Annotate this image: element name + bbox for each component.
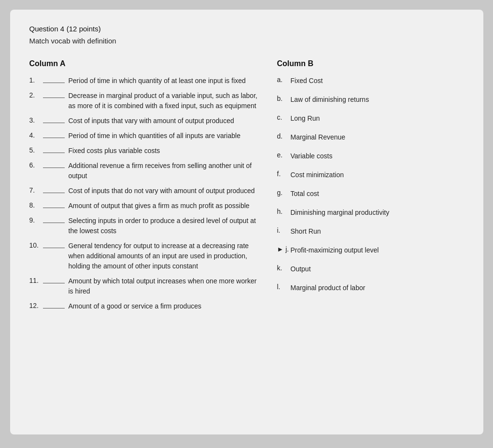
item-definition: Selecting inputs in order to produce a d… <box>69 216 258 236</box>
list-item: a.Fixed Cost <box>277 76 464 86</box>
item-definition: General tendency for output to increase … <box>69 241 258 271</box>
col-b-letter: f. <box>277 170 291 178</box>
col-b-letter: b. <box>277 95 291 102</box>
list-item: d.Marginal Revenue <box>277 132 464 142</box>
column-b: Column B a.Fixed Costb.Law of diminishin… <box>268 59 464 316</box>
column-b-items: a.Fixed Costb.Law of diminishing returns… <box>277 76 464 293</box>
list-item: 1.Period of time in which quantity of at… <box>29 76 258 86</box>
list-item: 8.Amount of output that gives a firm as … <box>29 201 258 211</box>
item-number: 2. <box>29 91 43 99</box>
list-item: 9.Selecting inputs in order to produce a… <box>29 216 258 236</box>
column-a-items: 1.Period of time in which quantity of at… <box>29 76 258 311</box>
list-item: c.Long Run <box>277 113 464 124</box>
item-number: 10. <box>29 241 43 249</box>
item-definition: Period of time in which quantities of al… <box>69 131 258 141</box>
item-definition: Period of time in which quantity of at l… <box>69 76 258 86</box>
col-b-term: Profit-maximizing output level <box>291 245 464 255</box>
answer-blank[interactable] <box>43 168 65 168</box>
col-b-letter: a. <box>277 76 291 84</box>
col-b-letter: ► j. <box>277 245 291 253</box>
col-b-term: Marginal product of labor <box>291 283 464 293</box>
item-number: 5. <box>29 146 43 154</box>
col-b-letter: k. <box>277 264 291 272</box>
list-item: b.Law of diminishing returns <box>277 95 464 105</box>
answer-blank[interactable] <box>43 208 65 208</box>
columns-container: Column A 1.Period of time in which quant… <box>29 59 464 316</box>
list-item: 12.Amount of a good or service a firm pr… <box>29 301 258 311</box>
item-number: 3. <box>29 116 43 124</box>
column-a-header: Column A <box>29 59 258 68</box>
column-a: Column A 1.Period of time in which quant… <box>29 59 258 316</box>
list-item: e.Variable costs <box>277 151 464 161</box>
question-subtitle: Match vocab with definition <box>29 37 464 45</box>
answer-blank[interactable] <box>43 98 65 98</box>
col-b-term: Fixed Cost <box>291 76 464 86</box>
list-item: 6.Additional revenue a firm receives fro… <box>29 161 258 181</box>
item-number: 9. <box>29 216 43 224</box>
item-number: 11. <box>29 276 43 284</box>
answer-blank[interactable] <box>43 83 65 83</box>
answer-blank[interactable] <box>43 138 65 138</box>
answer-blank[interactable] <box>43 153 65 153</box>
col-b-letter: d. <box>277 132 291 140</box>
col-b-term: Law of diminishing returns <box>291 95 464 105</box>
col-b-term: Marginal Revenue <box>291 132 464 142</box>
col-b-term: Short Run <box>291 226 464 237</box>
col-b-term: Long Run <box>291 113 464 124</box>
item-number: 4. <box>29 131 43 139</box>
col-b-term: Output <box>291 264 464 274</box>
question-title: Question 4 (12 points) <box>29 24 464 34</box>
col-b-term: Cost minimization <box>291 170 464 180</box>
main-card: Question 4 (12 points) Match vocab with … <box>10 10 483 434</box>
list-item: i.Short Run <box>277 226 464 237</box>
item-definition: Cost of inputs that vary with amount of … <box>69 116 258 126</box>
column-b-header: Column B <box>277 59 464 68</box>
list-item: 3.Cost of inputs that vary with amount o… <box>29 116 258 126</box>
item-definition: Decrease in marginal product of a variab… <box>69 91 258 111</box>
col-b-letter: l. <box>277 283 291 291</box>
item-definition: Amount of output that gives a firm as mu… <box>69 201 258 211</box>
item-definition: Amount of a good or service a firm produ… <box>69 301 258 311</box>
item-number: 12. <box>29 301 43 309</box>
list-item: l.Marginal product of labor <box>277 283 464 293</box>
list-item: 11.Amount by which total output increase… <box>29 276 258 296</box>
item-definition: Amount by which total output increases w… <box>69 276 258 296</box>
col-b-letter: h. <box>277 208 291 215</box>
item-definition: Additional revenue a firm receives from … <box>69 161 258 181</box>
list-item: 4.Period of time in which quantities of … <box>29 131 258 141</box>
col-b-term: Total cost <box>291 189 464 199</box>
answer-blank[interactable] <box>43 308 65 308</box>
list-item: ► j.Profit-maximizing output level <box>277 245 464 255</box>
col-b-term: Variable costs <box>291 151 464 161</box>
item-number: 8. <box>29 201 43 209</box>
answer-blank[interactable] <box>43 248 65 248</box>
answer-blank[interactable] <box>43 283 65 283</box>
col-b-letter: i. <box>277 226 291 234</box>
list-item: 7.Cost of inputs that do not vary with a… <box>29 186 258 196</box>
item-definition: Fixed costs plus variable costs <box>69 146 258 156</box>
col-b-letter: e. <box>277 151 291 159</box>
item-number: 7. <box>29 186 43 194</box>
list-item: h.Diminishing marginal productivity <box>277 208 464 218</box>
list-item: 10.General tendency for output to increa… <box>29 241 258 271</box>
col-b-letter: g. <box>277 189 291 196</box>
col-b-letter: c. <box>277 113 291 121</box>
list-item: k.Output <box>277 264 464 274</box>
list-item: f.Cost minimization <box>277 170 464 180</box>
list-item: 5.Fixed costs plus variable costs <box>29 146 258 156</box>
answer-blank[interactable] <box>43 123 65 123</box>
item-number: 1. <box>29 76 43 84</box>
answer-blank[interactable] <box>43 193 65 193</box>
item-definition: Cost of inputs that do not vary with amo… <box>69 186 258 196</box>
list-item: g.Total cost <box>277 189 464 199</box>
list-item: 2.Decrease in marginal product of a vari… <box>29 91 258 111</box>
col-b-term: Diminishing marginal productivity <box>291 208 464 218</box>
item-number: 6. <box>29 161 43 169</box>
answer-blank[interactable] <box>43 223 65 223</box>
